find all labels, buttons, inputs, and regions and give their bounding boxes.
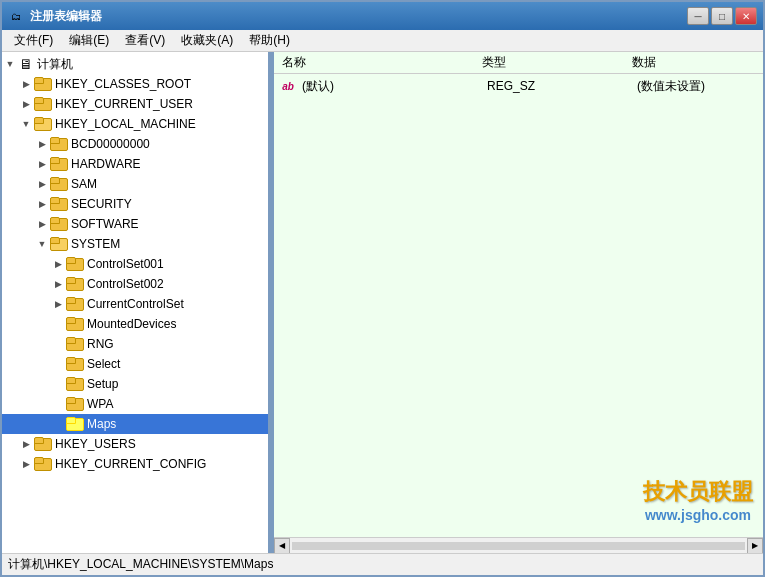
- reg-value-name: (默认): [302, 78, 487, 95]
- tree-label-security: SECURITY: [71, 197, 132, 211]
- tree-item-hkcr[interactable]: ▶ HKEY_CLASSES_ROOT: [2, 74, 268, 94]
- expander-hkcu[interactable]: ▶: [18, 96, 34, 112]
- tree-item-ccs[interactable]: ▶ CurrentControlSet: [2, 294, 268, 314]
- tree-item-rng[interactable]: ▶ RNG: [2, 334, 268, 354]
- tree-item-bcd[interactable]: ▶ BCD00000000: [2, 134, 268, 154]
- scroll-left-button[interactable]: ◀: [274, 538, 290, 554]
- right-panel-header: 名称 类型 数据: [274, 52, 763, 74]
- menu-view[interactable]: 查看(V): [117, 30, 173, 51]
- tree-panel[interactable]: ▼ 🖥 计算机 ▶ HKEY_CLASSES_ROOT ▶ HKEY_CURRE…: [2, 52, 270, 553]
- tree-item-cs002[interactable]: ▶ ControlSet002: [2, 274, 268, 294]
- tree-label-sam: SAM: [71, 177, 97, 191]
- menu-edit[interactable]: 编辑(E): [61, 30, 117, 51]
- right-panel: 名称 类型 数据 ab (默认) REG_SZ (数值未设置) ◀ ▶: [274, 52, 763, 553]
- expander-hklm[interactable]: ▼: [18, 116, 34, 132]
- folder-icon-rng: [66, 337, 84, 351]
- folder-icon-wpa: [66, 397, 84, 411]
- tree-item-setup[interactable]: ▶ Setup: [2, 374, 268, 394]
- tree-item-sam[interactable]: ▶ SAM: [2, 174, 268, 194]
- close-button[interactable]: ✕: [735, 7, 757, 25]
- tree-item-hardware[interactable]: ▶ HARDWARE: [2, 154, 268, 174]
- expander-security[interactable]: ▶: [34, 196, 50, 212]
- col-header-name: 名称: [274, 52, 474, 73]
- expander-hku[interactable]: ▶: [18, 436, 34, 452]
- folder-icon-select: [66, 357, 84, 371]
- folder-icon-hklm: [34, 117, 52, 131]
- tree-label-hkcc: HKEY_CURRENT_CONFIG: [55, 457, 206, 471]
- titlebar-buttons: ─ □ ✕: [687, 7, 757, 25]
- tree-label-hklm: HKEY_LOCAL_MACHINE: [55, 117, 196, 131]
- window-icon: 🗂: [8, 8, 24, 24]
- tree-label-hardware: HARDWARE: [71, 157, 141, 171]
- expander-setup: ▶: [50, 376, 66, 392]
- status-path: 计算机\HKEY_LOCAL_MACHINE\SYSTEM\Maps: [8, 556, 273, 573]
- tree-item-wpa[interactable]: ▶ WPA: [2, 394, 268, 414]
- tree-item-hkcu[interactable]: ▶ HKEY_CURRENT_USER: [2, 94, 268, 114]
- expander-wpa: ▶: [50, 396, 66, 412]
- menu-favorites[interactable]: 收藏夹(A): [173, 30, 241, 51]
- folder-icon-bcd: [50, 137, 68, 151]
- tree-item-hkcc[interactable]: ▶ HKEY_CURRENT_CONFIG: [2, 454, 268, 474]
- menu-file[interactable]: 文件(F): [6, 30, 61, 51]
- tree-label-software: SOFTWARE: [71, 217, 139, 231]
- reg-value-icon: ab: [278, 78, 298, 94]
- tree-label-ccs: CurrentControlSet: [87, 297, 184, 311]
- folder-icon-security: [50, 197, 68, 211]
- tree-label-bcd: BCD00000000: [71, 137, 150, 151]
- tree-item-hklm[interactable]: ▼ HKEY_LOCAL_MACHINE: [2, 114, 268, 134]
- col-header-data: 数据: [624, 52, 763, 73]
- expander-hardware[interactable]: ▶: [34, 156, 50, 172]
- scroll-right-button[interactable]: ▶: [747, 538, 763, 554]
- minimize-button[interactable]: ─: [687, 7, 709, 25]
- folder-icon-hardware: [50, 157, 68, 171]
- expander-software[interactable]: ▶: [34, 216, 50, 232]
- tree-item-mounted[interactable]: ▶ MountedDevices: [2, 314, 268, 334]
- window-title: 注册表编辑器: [30, 8, 681, 25]
- expander-cs002[interactable]: ▶: [50, 276, 66, 292]
- tree-label-cs002: ControlSet002: [87, 277, 164, 291]
- folder-icon-mounted: [66, 317, 84, 331]
- folder-icon-sam: [50, 177, 68, 191]
- tree-item-computer[interactable]: ▼ 🖥 计算机: [2, 54, 268, 74]
- registry-editor-window: 🗂 注册表编辑器 ─ □ ✕ 文件(F) 编辑(E) 查看(V) 收藏夹(A) …: [0, 0, 765, 577]
- folder-icon-software: [50, 217, 68, 231]
- tree-item-system[interactable]: ▼ SYSTEM: [2, 234, 268, 254]
- tree-label-hkcr: HKEY_CLASSES_ROOT: [55, 77, 191, 91]
- tree-label-hku: HKEY_USERS: [55, 437, 136, 451]
- maximize-button[interactable]: □: [711, 7, 733, 25]
- folder-icon-hku: [34, 437, 52, 451]
- tree-item-cs001[interactable]: ▶ ControlSet001: [2, 254, 268, 274]
- tree-item-select[interactable]: ▶ Select: [2, 354, 268, 374]
- tree-label-wpa: WPA: [87, 397, 113, 411]
- folder-icon-system: [50, 237, 68, 251]
- tree-item-hku[interactable]: ▶ HKEY_USERS: [2, 434, 268, 454]
- horizontal-scrollbar[interactable]: ◀ ▶: [274, 537, 763, 553]
- menu-help[interactable]: 帮助(H): [241, 30, 298, 51]
- folder-icon-cs001: [66, 257, 84, 271]
- scroll-track[interactable]: [292, 542, 745, 550]
- folder-icon-hkcc: [34, 457, 52, 471]
- tree-item-maps[interactable]: ▶ Maps: [2, 414, 268, 434]
- expander-cs001[interactable]: ▶: [50, 256, 66, 272]
- folder-icon-maps: [66, 417, 84, 431]
- folder-icon-hkcu: [34, 97, 52, 111]
- tree-item-security[interactable]: ▶ SECURITY: [2, 194, 268, 214]
- tree-label-mounted: MountedDevices: [87, 317, 176, 331]
- expander-hkcr[interactable]: ▶: [18, 76, 34, 92]
- folder-icon-ccs: [66, 297, 84, 311]
- expander-bcd[interactable]: ▶: [34, 136, 50, 152]
- tree-item-software[interactable]: ▶ SOFTWARE: [2, 214, 268, 234]
- reg-value-default[interactable]: ab (默认) REG_SZ (数值未设置): [274, 76, 763, 96]
- expander-select: ▶: [50, 356, 66, 372]
- registry-values-list: ab (默认) REG_SZ (数值未设置): [274, 74, 763, 537]
- reg-value-type: REG_SZ: [487, 79, 637, 93]
- tree-label-cs001: ControlSet001: [87, 257, 164, 271]
- expander-sam[interactable]: ▶: [34, 176, 50, 192]
- expander-rng: ▶: [50, 336, 66, 352]
- expander-hkcc[interactable]: ▶: [18, 456, 34, 472]
- expander-system[interactable]: ▼: [34, 236, 50, 252]
- expander-ccs[interactable]: ▶: [50, 296, 66, 312]
- tree-label-system: SYSTEM: [71, 237, 120, 251]
- expander-computer[interactable]: ▼: [2, 56, 18, 72]
- tree-label-rng: RNG: [87, 337, 114, 351]
